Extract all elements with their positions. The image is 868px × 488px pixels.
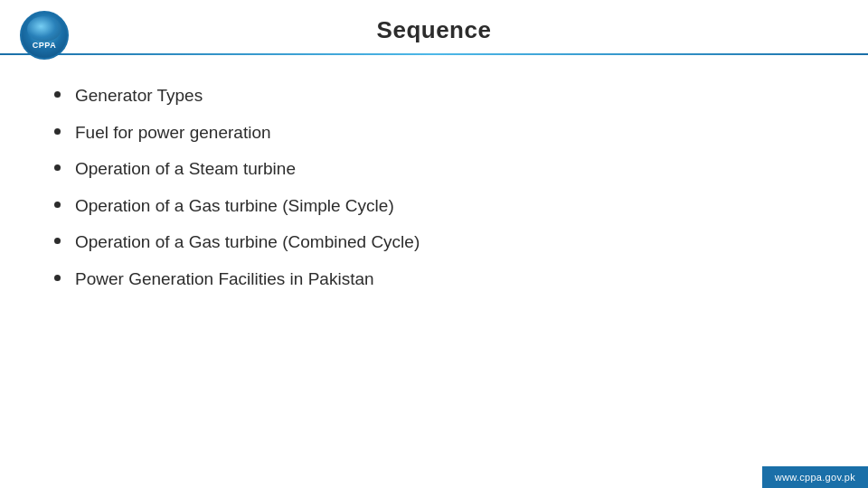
logo-circle: CPPA (20, 11, 69, 60)
page-title: Sequence (377, 16, 492, 44)
list-item-text: Fuel for power generation (75, 121, 271, 145)
content-area: Generator TypesFuel for power generation… (0, 75, 868, 323)
logo-text: CPPA (33, 41, 56, 51)
list-item: Operation of a Gas turbine (Combined Cyc… (54, 230, 814, 255)
logo: CPPA (18, 11, 71, 60)
list-item: Power Generation Facilities in Pakistan (54, 267, 814, 292)
list-item-text: Operation of a Gas turbine (Combined Cyc… (75, 230, 420, 255)
bullet-dot-icon (54, 164, 61, 171)
list-item-text: Operation of a Gas turbine (Simple Cycle… (75, 194, 394, 219)
bullet-dot-icon (54, 238, 61, 244)
bullet-list: Generator TypesFuel for power generation… (54, 84, 814, 292)
list-item: Fuel for power generation (54, 121, 814, 145)
bullet-dot-icon (54, 275, 61, 281)
list-item: Operation of a Steam turbine (54, 157, 814, 182)
list-item-text: Operation of a Steam turbine (75, 157, 296, 182)
logo-globe-icon (27, 16, 61, 42)
list-item-text: Power Generation Facilities in Pakistan (75, 267, 374, 292)
footer-url: www.cppa.gov.pk (775, 472, 855, 483)
bullet-dot-icon (54, 202, 61, 208)
header-divider (0, 53, 868, 55)
header: CPPA Sequence (0, 0, 868, 53)
bullet-dot-icon (54, 128, 61, 135)
bullet-dot-icon (54, 91, 61, 98)
list-item: Operation of a Gas turbine (Simple Cycle… (54, 194, 814, 219)
footer: www.cppa.gov.pk (762, 466, 868, 488)
slide: CPPA Sequence Generator TypesFuel for po… (0, 0, 868, 488)
list-item-text: Generator Types (75, 84, 203, 108)
list-item: Generator Types (54, 84, 814, 108)
